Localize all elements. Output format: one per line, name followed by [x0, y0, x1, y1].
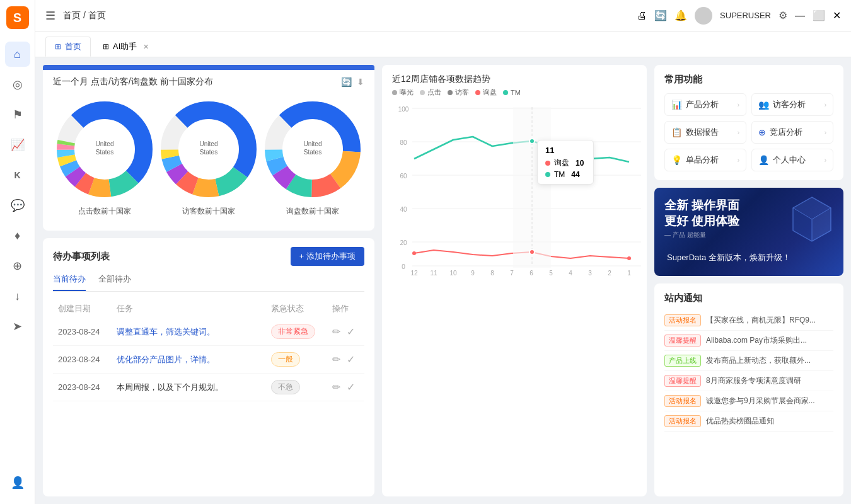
banner-decoration: [787, 194, 837, 244]
sidebar-item-flag[interactable]: ⚑: [5, 102, 30, 127]
func-personal[interactable]: 👤 个人中心 ›: [751, 149, 833, 171]
svg-point-48: [412, 251, 416, 255]
legend: 曝光 点击 访客 询盘: [392, 88, 637, 97]
maximize-icon[interactable]: ⬜: [813, 9, 825, 21]
donut-click-svg: United States: [54, 99, 155, 200]
notif-item-2[interactable]: 温馨提醒 Alibaba.com Pay市场采购出...: [664, 331, 833, 351]
right-panel: 常用功能 📊 产品分析 › 👥 访客分析 ›: [654, 65, 843, 496]
sidebar-item-k[interactable]: K: [5, 163, 30, 188]
row1-task-link[interactable]: 调整直通车，筛选关键词。: [117, 327, 215, 336]
donut-visitor-svg: United States: [158, 99, 259, 200]
notif-item-5[interactable]: 活动报名 诚邀您参与9月采购节展会商家...: [664, 391, 833, 411]
check-icon[interactable]: ✓: [347, 326, 355, 338]
data-report-label: 数据报告: [686, 127, 719, 138]
sidebar-item-chat[interactable]: 💬: [5, 193, 30, 218]
row2-task: 优化部分产品图片，详情。: [112, 346, 243, 374]
check-icon-2[interactable]: ✓: [347, 353, 355, 365]
legend-visitor-dot: [448, 90, 453, 95]
competitor-label: 竞店分析: [770, 127, 802, 138]
refresh-icon[interactable]: 🔄: [654, 9, 667, 21]
menu-icon[interactable]: ☰: [45, 9, 55, 23]
col-status: 紧急状态: [266, 299, 327, 318]
donut-chart-section: 近一个月 点击/访客/询盘数 前十国家分布 🔄 ⬇: [43, 65, 374, 231]
func-visitor-analysis[interactable]: 👥 访客分析 ›: [751, 93, 833, 116]
tab-current-todo[interactable]: 当前待办: [53, 273, 86, 291]
tab-all-todo[interactable]: 全部待办: [98, 273, 131, 291]
action-icons-3: ✏ ✓: [332, 381, 359, 393]
sidebar-item-compass[interactable]: ◎: [5, 72, 30, 97]
tooltip-tm-value: 44: [571, 170, 579, 179]
edit-icon[interactable]: ✏: [332, 326, 340, 338]
row2-date: 2023-08-24: [53, 346, 112, 374]
refresh-chart-icon[interactable]: 🔄: [341, 77, 352, 87]
func-competitor[interactable]: ⊕ 竞店分析 ›: [751, 121, 833, 144]
tab-ai[interactable]: ⊞ AI助手 ✕: [93, 37, 158, 57]
add-todo-button[interactable]: + 添加待办事项: [291, 247, 364, 266]
notif-item-6[interactable]: 活动报名 优品热卖榜圈品通知: [664, 411, 833, 432]
svg-text:8: 8: [490, 270, 494, 277]
single-product-label: 单品分析: [686, 154, 719, 166]
svg-point-49: [627, 256, 631, 260]
minimize-icon[interactable]: —: [795, 10, 805, 21]
svg-text:11: 11: [430, 270, 437, 277]
action-icons: ✏ ✓: [332, 326, 359, 338]
edit-icon-3[interactable]: ✏: [332, 381, 340, 393]
visitor-analysis-label: 访客分析: [773, 99, 806, 110]
func-item-left: 📊 产品分析: [671, 99, 719, 110]
todo-title: 待办事项列表: [53, 251, 110, 263]
header: ☰ 首页 / 首页 🖨 🔄 🔔 SUPERUSER ⚙ — ⬜ ✕: [35, 0, 851, 32]
sidebar-item-home[interactable]: ⌂: [5, 42, 30, 67]
sidebar-item-send[interactable]: ➤: [5, 314, 30, 339]
svg-text:3: 3: [588, 270, 592, 277]
func-single-product[interactable]: 💡 单品分析 ›: [664, 149, 746, 171]
trend-chart-container: 100 80 60 40 20 0: [392, 102, 637, 281]
svg-text:4: 4: [569, 270, 572, 277]
row3-date: 2023-08-24: [53, 374, 112, 401]
notif-text-3: 发布商品上新动态，获取额外...: [706, 355, 811, 366]
chart-action-icons: 🔄 ⬇: [341, 77, 364, 87]
notif-item-4[interactable]: 温馨提醒 8月商家服务专项满意度调研: [664, 371, 833, 391]
svg-text:10: 10: [449, 270, 457, 277]
sidebar-item-chart[interactable]: 📈: [5, 132, 30, 158]
trend-section: 近12周店铺各项数据趋势 曝光 点击 访客: [382, 65, 647, 496]
notif-item-3[interactable]: 产品上线 发布商品上新动态，获取额外...: [664, 351, 833, 371]
legend-click-dot: [420, 90, 425, 95]
svg-text:0: 0: [402, 263, 405, 270]
close-icon[interactable]: ✕: [833, 9, 841, 21]
func-data-report[interactable]: 📋 数据报告 ›: [664, 121, 746, 144]
col-task: 任务: [112, 299, 243, 318]
check-icon-3[interactable]: ✓: [347, 381, 355, 393]
svg-point-52: [530, 139, 535, 144]
row1-date: 2023-08-24: [53, 318, 112, 346]
upgrade-banner[interactable]: 全新 操作界面 更好 使用体验 — 产品 超能量 SuperData 全新版本，…: [654, 188, 843, 276]
status-badge-low: 不急: [271, 380, 300, 394]
sidebar-item-global[interactable]: ⊕: [5, 253, 30, 278]
printer-icon[interactable]: 🖨: [637, 10, 647, 21]
settings-icon[interactable]: ⚙: [779, 9, 787, 21]
edit-icon-2[interactable]: ✏: [332, 353, 340, 365]
legend-tm: TM: [503, 89, 521, 96]
sidebar-item-diamond[interactable]: ♦: [5, 223, 30, 248]
func-item-left-5: 💡 单品分析: [671, 154, 719, 166]
tab-home[interactable]: ⊞ 首页: [45, 37, 91, 57]
visitor-analysis-icon: 👥: [758, 100, 769, 110]
notif-item-1[interactable]: 活动报名 【买家在线，商机无限】RFQ9...: [664, 311, 833, 331]
tab-ai-close[interactable]: ✕: [143, 43, 149, 51]
sidebar-item-download[interactable]: ↓: [5, 284, 30, 309]
notification-icon[interactable]: 🔔: [674, 9, 687, 21]
arrow-icon-4: ›: [825, 129, 826, 136]
tab-bar: ⊞ 首页 ⊞ AI助手 ✕: [35, 32, 851, 57]
notif-text-1: 【买家在线，商机无限】RFQ9...: [706, 315, 816, 326]
left-panel: 近一个月 点击/访客/询盘数 前十国家分布 🔄 ⬇: [43, 65, 374, 496]
notif-title: 站内通知: [664, 292, 833, 304]
header-left: ☰ 首页 / 首页: [45, 9, 106, 23]
notif-tag-3: 产品上线: [664, 355, 701, 367]
legend-inquiry-label: 询盘: [483, 88, 497, 97]
sidebar-item-user[interactable]: 👤: [5, 470, 30, 495]
banner-text: 全新 操作界面 更好 使用体验 — 产品 超能量: [664, 198, 806, 239]
func-product-analysis[interactable]: 📊 产品分析 ›: [664, 93, 746, 116]
download-chart-icon[interactable]: ⬇: [357, 77, 364, 87]
legend-tm-dot: [503, 90, 508, 95]
row2-task-link[interactable]: 优化部分产品图片，详情。: [117, 355, 215, 364]
svg-text:9: 9: [471, 270, 475, 277]
